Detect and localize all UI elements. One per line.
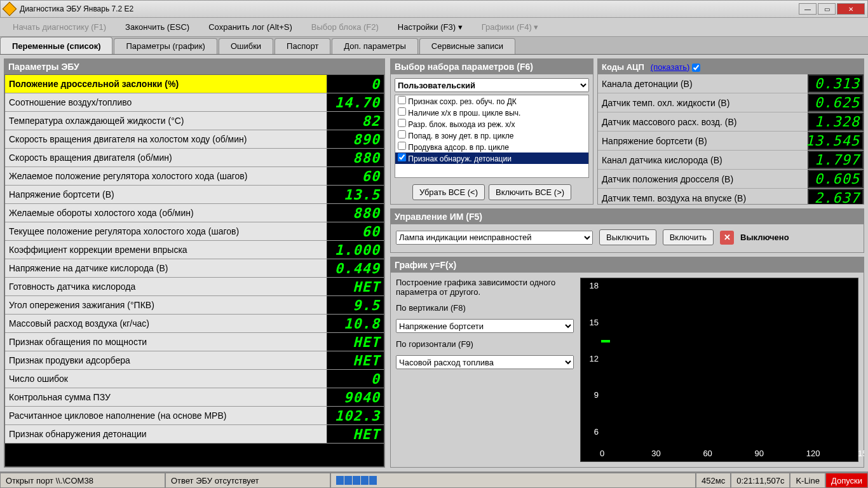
param-set-dropdown[interactable]: Пользовательский [395, 78, 589, 92]
param-row[interactable]: Желаемые обороты холостого хода (об/мин)… [5, 204, 384, 222]
param-value: 13.5 [327, 186, 384, 203]
param-label: Напряжение на датчике кислорода (В) [5, 263, 327, 273]
param-row[interactable]: Угол опережения зажигания (°ПКВ)9.5 [5, 296, 384, 315]
graph-vert-label: По вертикали (F8) [396, 303, 574, 313]
graph-vert-dropdown[interactable]: Напряжение бортсети [396, 319, 574, 333]
param-row[interactable]: Готовность датчика кислородаНЕТ [5, 278, 384, 296]
param-label: Положение дроссельной заслонки (%) [5, 79, 327, 89]
menu-savelog[interactable]: Сохранить лог (Alt+S) [208, 22, 292, 32]
check-item-checkbox[interactable] [398, 96, 406, 104]
menu-start[interactable]: Начать диагностику (F1) [13, 22, 106, 32]
param-row[interactable]: Число ошибок0 [5, 370, 384, 388]
tab-2[interactable]: Ошибки [219, 38, 273, 54]
param-value: 9040 [327, 388, 384, 406]
param-row[interactable]: Коэффициент коррекции времени впрыска1.0… [5, 241, 384, 259]
graph-horiz-dropdown[interactable]: Часовой расход топлива [396, 355, 574, 369]
adc-show-checkbox[interactable] [692, 64, 700, 72]
check-item-checkbox[interactable] [398, 142, 406, 150]
im-dropdown[interactable]: Лампа индикации неисправностей [396, 231, 593, 245]
check-item-checkbox[interactable] [398, 107, 406, 116]
main-tabs: Переменные (список)Параметры (график)Оши… [0, 37, 868, 55]
tab-4[interactable]: Доп. параметры [332, 38, 417, 54]
adc-row: Канал датчика кислорода (В)1.797 [598, 151, 864, 170]
im-close-icon[interactable]: ✕ [720, 231, 734, 245]
im-on-button[interactable]: Включить [663, 229, 714, 245]
adc-value: 0.313 [808, 74, 864, 93]
im-off-button[interactable]: Выключить [599, 229, 656, 245]
param-row[interactable]: Положение дроссельной заслонки (%)0 [5, 75, 384, 93]
param-row[interactable]: Желаемое положение регулятора холостого … [5, 167, 384, 186]
param-row[interactable]: Признак обгащения по мощностиНЕТ [5, 333, 384, 351]
check-item-checkbox[interactable] [398, 119, 406, 127]
adc-label: Датчик массового расх. возд. (В) [598, 117, 808, 127]
im-header: Управление ИМ (F5) [391, 209, 864, 224]
param-row[interactable]: Расчитанное цикловое наполнение (на осно… [5, 407, 384, 425]
param-value: 14.70 [327, 93, 384, 111]
param-row[interactable]: Текущее положение регулятора холостого х… [5, 222, 384, 241]
param-label: Желаемые обороты холостого хода (об/мин) [5, 208, 327, 218]
param-value: НЕТ [327, 333, 384, 351]
param-row[interactable]: Напряжение бортсети (В)13.5 [5, 186, 384, 204]
check-item[interactable]: Признак сохр. рез. обуч. по ДК [395, 95, 588, 107]
param-label: Соотношение воздух/топливо [5, 97, 327, 107]
check-item[interactable]: Наличие х/х в прош. цикле выч. [395, 107, 588, 118]
param-value: 880 [327, 204, 384, 222]
check-item-checkbox[interactable] [398, 130, 406, 139]
adc-panel: Коды АЦП (показать) Канала детонации (В)… [597, 58, 864, 205]
tab-5[interactable]: Сервисные записи [419, 38, 515, 54]
param-row[interactable]: Соотношение воздух/топливо14.70 [5, 93, 384, 112]
menu-graphs[interactable]: Графики (F4) ▾ [482, 22, 539, 32]
param-value: 102.3 [327, 407, 384, 424]
param-label: Желаемое положение регулятора холостого … [5, 171, 327, 181]
param-row[interactable]: Признак обнаружения детонацииНЕТ [5, 425, 384, 444]
menu-settings[interactable]: Настройки (F3) ▾ [398, 22, 463, 32]
param-value: 60 [327, 167, 384, 185]
ecu-params-list[interactable]: Положение дроссельной заслонки (%)0Соотн… [4, 74, 384, 467]
tab-3[interactable]: Паспорт [275, 38, 330, 54]
tab-1[interactable]: Параметры (график) [114, 38, 217, 54]
adc-label: Напряжение бортсети (В) [598, 136, 808, 146]
adc-value: 13.545 [808, 132, 864, 150]
param-row[interactable]: Признак продувки адсорбераНЕТ [5, 351, 384, 370]
menu-stop[interactable]: Закончить (ESC) [125, 22, 189, 32]
adc-list[interactable]: Канала детонации (В)0.313Датчик темп. ох… [598, 74, 864, 204]
minimize-button[interactable]: — [799, 3, 817, 15]
check-item-checkbox[interactable] [398, 153, 406, 161]
remove-all-button[interactable]: Убрать ВСЕ (<) [412, 184, 485, 200]
param-row[interactable]: Контрольная сумма ПЗУ9040 [5, 388, 384, 407]
param-row[interactable]: Скорость вращения двигателя на холостом … [5, 130, 384, 149]
include-all-button[interactable]: Включить ВСЕ (>) [489, 184, 571, 200]
close-button[interactable]: ✕ [837, 3, 865, 15]
graph-plot-area[interactable]: 69121518 0306090120150 [580, 278, 858, 462]
maximize-button[interactable]: ▭ [818, 3, 836, 15]
adc-row: Напряжение бортсети (В)13.545 [598, 132, 864, 151]
menubar: Начать диагностику (F1) Закончить (ESC) … [0, 18, 868, 37]
param-row[interactable]: Массовый расход воздуха (кг/час)10.8 [5, 315, 384, 333]
adc-row: Канала детонации (В)0.313 [598, 74, 864, 93]
graph-header: График y=F(x) [391, 257, 864, 273]
param-checklist[interactable]: Признак сохр. рез. обуч. по ДК Наличие х… [395, 95, 589, 178]
graph-desc: Построение графика зависимости одного па… [396, 278, 574, 297]
check-item[interactable]: Продувка адсор. в пр. цикле [395, 141, 588, 152]
param-value: 60 [327, 222, 384, 240]
param-row[interactable]: Температура охлаждающей жидкости (°C)82 [5, 112, 384, 130]
adc-value: 1.328 [808, 112, 864, 131]
check-item[interactable]: Признак обнаруж. детонации [395, 152, 588, 164]
tab-0[interactable]: Переменные (список) [0, 37, 112, 54]
param-value: 82 [327, 112, 384, 130]
adc-show-link[interactable]: (показать) [651, 62, 690, 72]
status-tolerance: Допуски [825, 473, 868, 488]
graph-horiz-label: По горизонтали (F9) [396, 339, 574, 349]
adc-label: Датчик темп. охл. жидкости (В) [598, 98, 808, 108]
param-row[interactable]: Скорость вращения двигателя (об/мин)880 [5, 149, 384, 167]
menu-block[interactable]: Выбор блока (F2) [311, 22, 379, 32]
status-reply: Ответ ЭБУ отсутствует [165, 473, 330, 488]
app-icon [3, 2, 17, 17]
adc-value: 2.637 [808, 189, 864, 204]
check-item[interactable]: Попад. в зону дет. в пр. цикле [395, 130, 588, 141]
statusbar: Открыт порт \\.\COM38 Ответ ЭБУ отсутств… [0, 471, 868, 488]
param-row[interactable]: Напряжение на датчике кислорода (В)0.449 [5, 259, 384, 278]
check-item[interactable]: Разр. блок. выхода из реж. х/х [395, 118, 588, 130]
param-value: 1.000 [327, 241, 384, 259]
param-value: 0 [327, 75, 384, 93]
